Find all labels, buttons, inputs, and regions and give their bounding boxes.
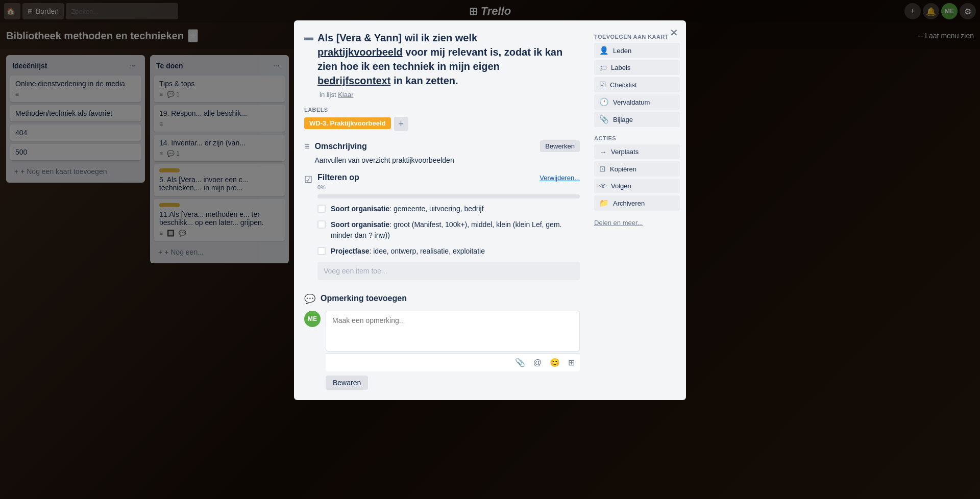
move-icon: → bbox=[599, 147, 607, 156]
move-button[interactable]: → Verplaats bbox=[594, 144, 680, 159]
add-label-button[interactable]: + bbox=[394, 117, 408, 131]
list-ref-link[interactable]: Klaar bbox=[338, 91, 353, 98]
description-icon: ≡ bbox=[304, 141, 310, 152]
checklist-text-1: Soort organisatie: gemeente, uitvoering,… bbox=[331, 204, 484, 214]
add-item-placeholder[interactable]: Voeg een item toe... bbox=[317, 262, 580, 280]
checklist-text-2: Soort organisatie: groot (Manifest, 100k… bbox=[331, 219, 580, 241]
filter-remove-button[interactable]: Verwijderen... bbox=[540, 174, 580, 182]
comment-attach-button[interactable]: 📎 bbox=[514, 357, 526, 368]
checklist-checkbox-1[interactable] bbox=[317, 205, 326, 213]
share-link-button[interactable]: Delen en meer... bbox=[594, 217, 643, 229]
emoji-icon: 😊 bbox=[550, 358, 560, 367]
description-edit-button[interactable]: Bewerken bbox=[540, 140, 580, 152]
copy-label: Kopiëren bbox=[610, 165, 636, 173]
modal-title: Als [Vera & Yann] wil ik zien welk prakt… bbox=[317, 31, 564, 88]
comment-avatar: ME bbox=[304, 311, 321, 327]
follow-button[interactable]: 👁 Volgen bbox=[594, 179, 680, 193]
checklist-text-3: Projectfase: idee, ontwerp, realisatie, … bbox=[331, 246, 485, 257]
archive-button[interactable]: 📁 Archiveren bbox=[594, 195, 680, 211]
checklist-item-1: Soort organisatie: gemeente, uitvoering,… bbox=[317, 204, 580, 214]
modal-card-icon: ▬ bbox=[304, 32, 313, 43]
description-heading: Omschrijving bbox=[315, 142, 367, 151]
modal-list-ref: in lijst Klaar bbox=[304, 91, 580, 98]
comment-heading: Opmerking toevoegen bbox=[321, 294, 407, 303]
members-icon: 👤 bbox=[599, 46, 609, 55]
labels-heading: LABELS bbox=[304, 107, 580, 113]
comment-icon: 💬 bbox=[304, 293, 315, 305]
label-tag: WD-3. Praktijkvoorbeeld bbox=[304, 117, 391, 129]
comment-format-button[interactable]: ⊞ bbox=[567, 357, 576, 368]
attachment-icon: 📎 bbox=[599, 115, 609, 124]
add-members-button[interactable]: 👤 Leden bbox=[594, 43, 680, 58]
follow-label: Volgen bbox=[611, 182, 631, 190]
actions-heading: ACTIES bbox=[594, 135, 680, 141]
labels-label: Labels bbox=[611, 64, 630, 71]
checklist-item-3: Projectfase: idee, ontwerp, realisatie, … bbox=[317, 246, 580, 257]
due-date-label: Vervaldatum bbox=[613, 98, 650, 106]
due-date-icon: 🕐 bbox=[599, 97, 609, 107]
add-checklist-button[interactable]: ☑ Checklist bbox=[594, 77, 680, 92]
members-label: Leden bbox=[613, 47, 631, 55]
add-labels-button[interactable]: 🏷 Labels bbox=[594, 60, 680, 75]
add-due-date-button[interactable]: 🕐 Vervaldatum bbox=[594, 94, 680, 110]
follow-icon: 👁 bbox=[599, 182, 607, 190]
modal-overlay[interactable]: ▬ Als [Vera & Yann] wil ik zien welk pra… bbox=[0, 0, 980, 499]
comment-emoji-button[interactable]: 😊 bbox=[549, 357, 561, 368]
archive-icon: 📁 bbox=[599, 198, 609, 208]
card-modal: ▬ Als [Vera & Yann] wil ik zien welk pra… bbox=[294, 20, 686, 400]
comment-input[interactable] bbox=[326, 311, 580, 352]
progress-percent: 0% bbox=[317, 184, 580, 190]
checklist-icon: ☑ bbox=[599, 80, 606, 89]
move-label: Verplaats bbox=[611, 148, 639, 156]
format-icon: ⊞ bbox=[568, 358, 575, 367]
save-comment-button[interactable]: Bewaren bbox=[326, 376, 368, 390]
filter-heading: Filteren op bbox=[317, 173, 359, 182]
checklist-label: Checklist bbox=[610, 81, 637, 89]
add-attachment-button[interactable]: 📎 Bijlage bbox=[594, 112, 680, 127]
labels-icon: 🏷 bbox=[599, 63, 607, 72]
filter-icon: ☑ bbox=[304, 174, 312, 185]
modal-close-button[interactable]: ✕ bbox=[666, 24, 682, 41]
checklist-checkbox-3[interactable] bbox=[317, 247, 326, 255]
checklist-item-2: Soort organisatie: groot (Manifest, 100k… bbox=[317, 219, 580, 241]
checklist-checkbox-2[interactable] bbox=[317, 220, 326, 229]
attachment-label: Bijlage bbox=[613, 116, 633, 123]
copy-icon: ⊡ bbox=[599, 164, 606, 173]
comment-mention-button[interactable]: @ bbox=[532, 357, 543, 368]
archive-label: Archiveren bbox=[613, 199, 645, 207]
modal-sidebar: TOEVOEGEN AAN KAART 👤 Leden 🏷 Labels ☑ C… bbox=[588, 20, 686, 400]
copy-button[interactable]: ⊡ Kopiëren bbox=[594, 161, 680, 177]
comment-input-wrap: 📎 @ 😊 ⊞ Bewaren bbox=[326, 311, 580, 390]
attach-icon: 📎 bbox=[515, 358, 525, 367]
add-label-icon: + bbox=[398, 119, 404, 130]
close-icon: ✕ bbox=[670, 27, 678, 39]
mention-icon: @ bbox=[533, 358, 542, 367]
description-text: Aanvullen van overzicht praktijkvoorbeel… bbox=[315, 155, 580, 166]
